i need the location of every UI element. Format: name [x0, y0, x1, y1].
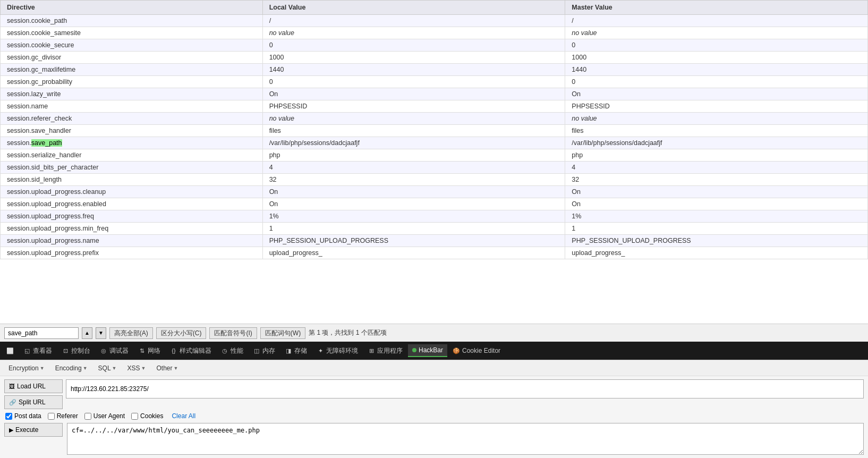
toolbar-console-label: 控制台: [71, 346, 90, 355]
checkbox-row: Post data Referer User Agent Cookies C: [4, 412, 864, 420]
user-agent-label: User Agent: [93, 412, 125, 420]
load-url-label: Load URL: [17, 383, 46, 390]
inspect-icon: ⬜: [6, 347, 14, 354]
highlight-all-button[interactable]: 高亮全部(A): [109, 327, 153, 339]
local-value-cell: /: [262, 15, 565, 27]
master-value-cell: files: [565, 125, 868, 137]
directive-cell: session.upload_progress.prefix: [1, 247, 263, 259]
accent-match-button[interactable]: 匹配音符号(I): [209, 327, 257, 339]
directive-cell: session.upload_progress.freq: [1, 210, 263, 223]
table-row: session.cookie_secure00: [1, 39, 868, 52]
toolbar-storage[interactable]: ◨ 存储: [280, 344, 311, 358]
encoding-menu[interactable]: Encoding ▼: [51, 363, 92, 373]
search-bar: ▲ ▼ 高亮全部(A) 区分大小写(C) 匹配音符号(I) 匹配词句(W) 第 …: [0, 324, 868, 342]
execute-side: ▶ Execute: [4, 423, 63, 437]
toolbar-style-editor[interactable]: {} 样式编辑器: [166, 344, 216, 358]
viewer-icon: ◱: [23, 347, 31, 354]
referer-checkbox[interactable]: [48, 413, 55, 420]
cookies-checkbox-label[interactable]: Cookies: [131, 412, 163, 420]
master-value-cell: 4: [565, 162, 868, 174]
master-value-cell: PHPSESSID: [565, 100, 868, 113]
xss-label: XSS: [127, 364, 140, 372]
toolbar-debugger[interactable]: ◎ 调试器: [96, 344, 133, 358]
table-row: session.upload_progress.min_freq11: [1, 223, 868, 235]
xss-menu[interactable]: XSS ▼: [123, 363, 150, 373]
encryption-menu[interactable]: Encryption ▼: [4, 363, 49, 373]
directive-cell: session.upload_progress.min_freq: [1, 223, 263, 235]
sql-menu[interactable]: SQL ▼: [94, 363, 121, 373]
cookies-label: Cookies: [140, 412, 163, 420]
master-value-cell: upload_progress_: [565, 247, 868, 259]
post-data-section: Post data Referer User Agent Cookies C: [4, 412, 864, 420]
xss-arrow-icon: ▼: [141, 366, 146, 371]
search-input[interactable]: [4, 327, 79, 339]
hackbar-dot-icon: [412, 348, 416, 352]
local-value-cell: On: [262, 88, 565, 100]
load-url-icon: 🖼: [9, 383, 15, 389]
encryption-label: Encryption: [8, 364, 39, 372]
table-row: session.referer_checkno valueno value: [1, 113, 868, 125]
master-value-cell: php: [565, 149, 868, 162]
referer-checkbox-label[interactable]: Referer: [48, 412, 78, 420]
other-menu[interactable]: Other ▼: [152, 363, 182, 373]
master-value-cell: 1440: [565, 64, 868, 76]
directive-cell: session.serialize_handler: [1, 149, 263, 162]
load-url-button[interactable]: 🖼 Load URL: [4, 379, 63, 393]
toolbar-inspect[interactable]: ⬜: [2, 345, 18, 357]
post-data-checkbox-label[interactable]: Post data: [5, 412, 41, 420]
referer-label: Referer: [57, 412, 78, 420]
toolbar-performance[interactable]: ◷ 性能: [217, 344, 248, 358]
directive-cell: session.sid_length: [1, 174, 263, 186]
toolbar-accessibility[interactable]: ✦ 无障碍环境: [312, 344, 362, 358]
hackbar-menu-bar: Encryption ▼ Encoding ▼ SQL ▼ XSS ▼ Othe…: [0, 360, 868, 376]
user-agent-checkbox[interactable]: [84, 413, 91, 420]
execute-label: Execute: [15, 426, 38, 434]
encoding-label: Encoding: [55, 364, 82, 372]
directive-cell: session.gc_maxlifetime: [1, 64, 263, 76]
toolbar-network[interactable]: ⇅ 网络: [134, 344, 165, 358]
toolbar-application[interactable]: ⊞ 应用程序: [363, 344, 407, 358]
local-value-cell: files: [262, 125, 565, 137]
local-value-cell: 1: [262, 223, 565, 235]
application-icon: ⊞: [368, 347, 375, 354]
clear-all-link[interactable]: Clear All: [172, 412, 195, 420]
local-value-cell: php: [262, 149, 565, 162]
toolbar-memory[interactable]: ◫ 内存: [249, 344, 279, 358]
post-data-checkbox[interactable]: [5, 413, 12, 420]
search-down-button[interactable]: ▼: [96, 327, 106, 339]
master-value-cell: On: [565, 186, 868, 198]
local-value-cell: 4: [262, 162, 565, 174]
debugger-icon: ◎: [100, 347, 107, 354]
user-agent-checkbox-label[interactable]: User Agent: [84, 412, 125, 420]
encryption-arrow-icon: ▼: [40, 366, 45, 371]
console-icon: ⊡: [62, 347, 69, 354]
hackbar-panel: Encryption ▼ Encoding ▼ SQL ▼ XSS ▼ Othe…: [0, 360, 868, 458]
toolbar-viewer[interactable]: ◱ 查看器: [19, 344, 56, 358]
directive-cell: session.cookie_secure: [1, 39, 263, 52]
toolbar-cookie-editor[interactable]: 🍪 Cookie Editor: [448, 345, 505, 357]
post-data-textarea[interactable]: [67, 423, 864, 455]
table-row: session.namePHPSESSIDPHPSESSID: [1, 100, 868, 113]
directive-cell: session.lazy_write: [1, 88, 263, 100]
local-value-cell: upload_progress_: [262, 247, 565, 259]
search-up-button[interactable]: ▲: [82, 327, 92, 339]
toolbar-storage-label: 存储: [294, 346, 307, 355]
storage-icon: ◨: [285, 347, 292, 354]
split-url-button[interactable]: 🔗 Split URL: [4, 395, 63, 409]
local-value-cell: /var/lib/php/sessions/dadcjaafjf: [262, 137, 565, 149]
table-row: session.gc_maxlifetime14401440: [1, 64, 868, 76]
master-value-cell: no value: [565, 113, 868, 125]
url-input[interactable]: [66, 379, 864, 398]
table-row: session.lazy_writeOnOn: [1, 88, 868, 100]
case-sensitive-button[interactable]: 区分大小写(C): [156, 327, 207, 339]
local-value-cell: 32: [262, 174, 565, 186]
execute-button[interactable]: ▶ Execute: [4, 423, 63, 437]
toolbar-hackbar[interactable]: HackBar: [408, 344, 447, 357]
word-match-button[interactable]: 匹配词句(W): [260, 327, 305, 339]
col-directive: Directive: [1, 1, 263, 15]
toolbar-console[interactable]: ⊡ 控制台: [57, 344, 95, 358]
table-row: session.gc_probability00: [1, 76, 868, 88]
table-row: session.upload_progress.freq1%1%: [1, 210, 868, 223]
cookies-checkbox[interactable]: [131, 413, 138, 420]
master-value-cell: /: [565, 15, 868, 27]
